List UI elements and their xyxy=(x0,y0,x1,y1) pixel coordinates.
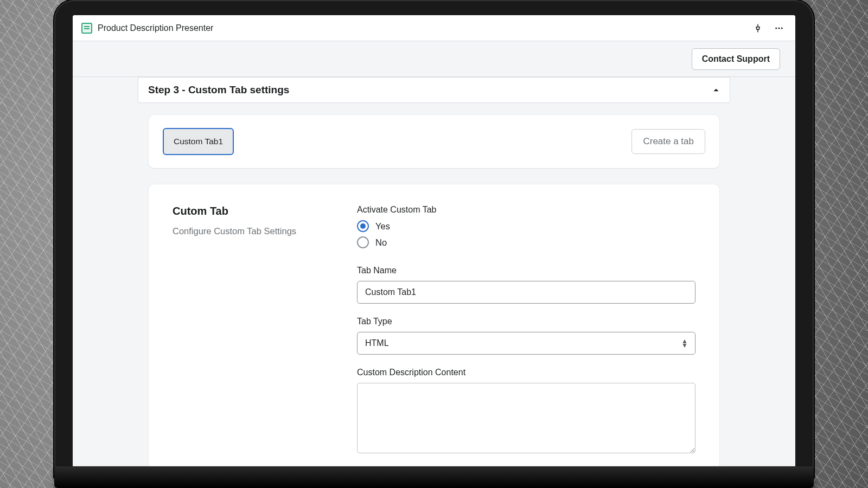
settings-card: Cutom Tab Configure Custom Tab Settings … xyxy=(149,184,719,477)
actionbar: Contact Support xyxy=(73,41,795,77)
app-title: Product Description Presenter xyxy=(98,23,213,33)
contact-support-button[interactable]: Contact Support xyxy=(692,48,780,70)
tab-type-label: Tab Type xyxy=(357,317,695,326)
accordion-header[interactable]: Step 3 - Custom Tab settings xyxy=(138,78,730,102)
radio-yes-input[interactable] xyxy=(357,220,369,232)
custom-desc-textarea[interactable] xyxy=(357,383,695,453)
titlebar: Product Description Presenter xyxy=(73,15,795,41)
radio-no-input[interactable] xyxy=(357,236,369,248)
tab-chip-custom-tab1[interactable]: Custom Tab1 xyxy=(163,128,234,155)
tabs-card: Custom Tab1 Create a tab xyxy=(149,115,719,168)
custom-desc-field: Custom Description Content xyxy=(357,368,695,455)
app-icon xyxy=(81,23,92,34)
pin-icon[interactable] xyxy=(751,21,765,35)
tab-type-field: Tab Type ▲▼ xyxy=(357,317,695,355)
accordion-step3: Step 3 - Custom Tab settings xyxy=(138,77,730,103)
more-icon[interactable] xyxy=(771,21,787,35)
settings-heading: Cutom Tab xyxy=(173,205,335,217)
settings-subheading: Configure Custom Tab Settings xyxy=(173,226,335,236)
radio-yes-label: Yes xyxy=(375,221,390,232)
tab-name-label: Tab Name xyxy=(357,266,695,275)
activate-label: Activate Custom Tab xyxy=(357,205,695,215)
app-screen: Product Description Presenter Contact Su… xyxy=(73,15,795,477)
content-area: Step 3 - Custom Tab settings Custom Tab1… xyxy=(73,77,795,477)
tab-name-input[interactable] xyxy=(357,281,695,304)
tab-type-select[interactable] xyxy=(357,332,695,355)
accordion-title: Step 3 - Custom Tab settings xyxy=(148,84,289,96)
radio-yes[interactable]: Yes xyxy=(357,220,695,232)
create-tab-button[interactable]: Create a tab xyxy=(631,129,705,154)
laptop-frame: Product Description Presenter Contact Su… xyxy=(54,0,814,477)
chevron-up-icon xyxy=(712,86,720,94)
svg-point-2 xyxy=(781,27,783,29)
tab-name-field: Tab Name xyxy=(357,266,695,304)
svg-point-0 xyxy=(775,27,777,29)
laptop-base xyxy=(54,466,814,488)
settings-left: Cutom Tab Configure Custom Tab Settings xyxy=(173,205,335,455)
activate-field: Activate Custom Tab Yes No xyxy=(357,205,695,253)
svg-point-1 xyxy=(778,27,780,29)
custom-desc-label: Custom Description Content xyxy=(357,368,695,377)
radio-no-label: No xyxy=(375,237,387,248)
radio-no[interactable]: No xyxy=(357,236,695,248)
settings-right: Activate Custom Tab Yes No Tab Name xyxy=(357,205,695,455)
